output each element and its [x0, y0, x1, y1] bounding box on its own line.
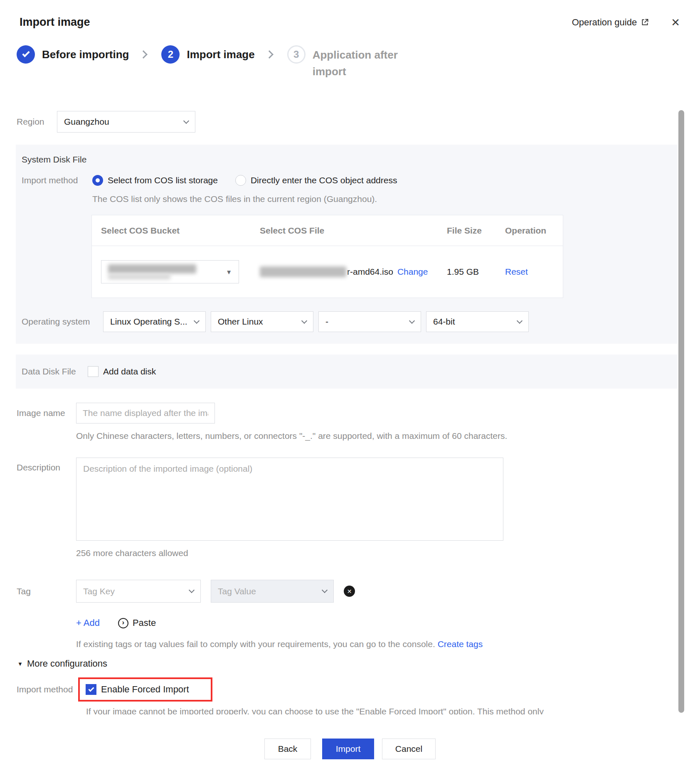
- col-select-cos-file: Select COS File: [260, 226, 447, 236]
- os-arch-value: 64-bit: [433, 317, 455, 327]
- os-distro-select[interactable]: Other Linux: [211, 311, 313, 332]
- dropdown-triangle-icon: ▼: [226, 268, 232, 276]
- import-method-row: Import method Select from COS list stora…: [22, 175, 678, 186]
- paste-circle-icon: ›: [118, 618, 128, 628]
- system-disk-section: System Disk File Import method Select fr…: [16, 145, 678, 344]
- col-operation: Operation: [505, 226, 554, 236]
- description-label: Description: [17, 463, 76, 473]
- cancel-button[interactable]: Cancel: [382, 739, 436, 759]
- chevron-down-icon: [183, 118, 189, 123]
- operation-guide-label: Operation guide: [572, 17, 637, 28]
- add-tag-button[interactable]: + Add: [76, 618, 100, 628]
- tag-value-select[interactable]: Tag Value: [211, 580, 334, 603]
- dialog-footer: Back Import Cancel: [17, 739, 683, 759]
- checkbox-label: Enable Forced Import: [101, 684, 189, 695]
- image-name-input[interactable]: [76, 403, 215, 423]
- reset-link[interactable]: Reset: [505, 267, 528, 276]
- forced-import-highlight-box: Enable Forced Import: [78, 677, 212, 702]
- table-row: ▼ r-amd64.iso Change 1.95 GB Reset: [92, 246, 563, 298]
- step-label: Import image: [187, 45, 254, 64]
- region-label: Region: [17, 117, 57, 127]
- radio-selected-icon: [92, 175, 103, 186]
- checkbox-checked-icon: [86, 684, 96, 695]
- os-version-value: -: [325, 317, 328, 327]
- tag-label: Tag: [17, 586, 76, 596]
- tag-hint-text: If existing tags or tag values fail to c…: [76, 639, 435, 649]
- import-method-label: Import method: [22, 175, 92, 185]
- paste-button[interactable]: › Paste: [118, 618, 156, 628]
- file-size-value: 1.95 GB: [447, 267, 505, 277]
- tag-actions: + Add › Paste: [76, 618, 683, 628]
- chevron-down-icon: [322, 587, 328, 593]
- region-select[interactable]: Guangzhou: [57, 111, 195, 133]
- description-textarea[interactable]: [76, 458, 503, 541]
- import-button[interactable]: Import: [322, 739, 374, 759]
- tag-value-placeholder: Tag Value: [218, 586, 256, 596]
- scrollbar-thumb[interactable]: [678, 110, 684, 713]
- operating-system-label: Operating system: [22, 317, 103, 327]
- close-icon[interactable]: ✕: [671, 17, 680, 28]
- forced-import-hint-clipped: If your image cannot be imported properl…: [86, 704, 683, 714]
- chevron-down-icon: [301, 318, 307, 323]
- description-counter: 256 more characters allowed: [76, 548, 683, 558]
- file-name-suffix: r-amd64.iso: [347, 267, 393, 277]
- radio-select-from-cos[interactable]: Select from COS list storage: [92, 175, 218, 186]
- step-number: 3: [287, 45, 306, 64]
- step-number: 2: [161, 45, 180, 64]
- triangle-down-icon: ▼: [17, 661, 23, 667]
- chevron-down-icon: [189, 587, 195, 593]
- change-file-link[interactable]: Change: [397, 267, 428, 277]
- stepper: Before importing 2 Import image 3 Applic…: [17, 45, 683, 80]
- import-image-dialog: Import image Operation guide ✕ Before im…: [0, 0, 700, 778]
- cos-bucket-select[interactable]: ▼: [101, 260, 239, 283]
- step-label: Before importing: [42, 45, 129, 64]
- tag-hint: If existing tags or tag values fail to c…: [76, 639, 683, 649]
- remove-tag-icon[interactable]: ✕: [344, 586, 355, 597]
- description-row: Description: [17, 458, 683, 541]
- image-name-hint: Only Chinese characters, letters, number…: [76, 431, 683, 441]
- tag-key-placeholder: Tag Key: [83, 586, 115, 596]
- paste-label: Paste: [133, 618, 156, 628]
- operation-guide-link[interactable]: Operation guide: [572, 17, 650, 28]
- more-configurations-toggle[interactable]: ▼ More configurations: [17, 658, 683, 669]
- radio-enter-cos-address[interactable]: Directly enter the COS object address: [235, 175, 397, 186]
- cos-file-table: Select COS Bucket Select COS File File S…: [91, 215, 563, 298]
- step-import-image: 2 Import image: [161, 45, 254, 64]
- checkbox-unchecked-icon: [88, 366, 99, 377]
- step-done-check-icon: [17, 45, 35, 64]
- forced-import-row: Import method Enable Forced Import: [17, 677, 683, 702]
- create-tags-link[interactable]: Create tags: [438, 639, 483, 649]
- system-disk-title: System Disk File: [22, 155, 678, 165]
- image-name-row: Image name: [17, 403, 683, 423]
- external-link-icon: [641, 18, 649, 27]
- step-application-after-import: 3 Application after import: [287, 45, 400, 80]
- os-type-value: Linux Operating S...: [110, 317, 187, 327]
- page-title: Import image: [20, 16, 90, 29]
- add-data-disk-checkbox[interactable]: Add data disk: [88, 366, 156, 377]
- os-arch-select[interactable]: 64-bit: [426, 311, 529, 332]
- radio-label: Select from COS list storage: [108, 175, 218, 185]
- redacted-file-name: [260, 266, 346, 277]
- cos-region-note: The COS list only shows the COS files in…: [92, 194, 678, 204]
- tag-key-select[interactable]: Tag Key: [76, 580, 201, 603]
- table-header-row: Select COS Bucket Select COS File File S…: [92, 215, 563, 246]
- radio-label: Directly enter the COS object address: [251, 175, 397, 185]
- os-version-select[interactable]: -: [318, 311, 421, 332]
- enable-forced-import-checkbox[interactable]: Enable Forced Import: [86, 684, 189, 695]
- operating-system-row: Operating system Linux Operating S... Ot…: [22, 311, 678, 332]
- more-configurations-label: More configurations: [27, 658, 107, 669]
- forced-import-method-label: Import method: [17, 684, 78, 694]
- col-file-size: File Size: [447, 226, 505, 236]
- radio-unselected-icon: [235, 175, 246, 186]
- data-disk-label: Data Disk File: [22, 367, 88, 377]
- data-disk-section: Data Disk File Add data disk: [16, 355, 678, 389]
- chevron-down-icon: [194, 318, 200, 323]
- chevron-down-icon: [517, 318, 523, 323]
- os-type-select[interactable]: Linux Operating S...: [103, 311, 206, 332]
- step-label: Application after import: [313, 47, 400, 80]
- back-button[interactable]: Back: [264, 739, 311, 759]
- os-distro-value: Other Linux: [218, 317, 263, 327]
- chevron-right-icon: [140, 50, 148, 59]
- chevron-right-icon: [265, 50, 274, 59]
- redacted-bucket-name: [108, 264, 196, 279]
